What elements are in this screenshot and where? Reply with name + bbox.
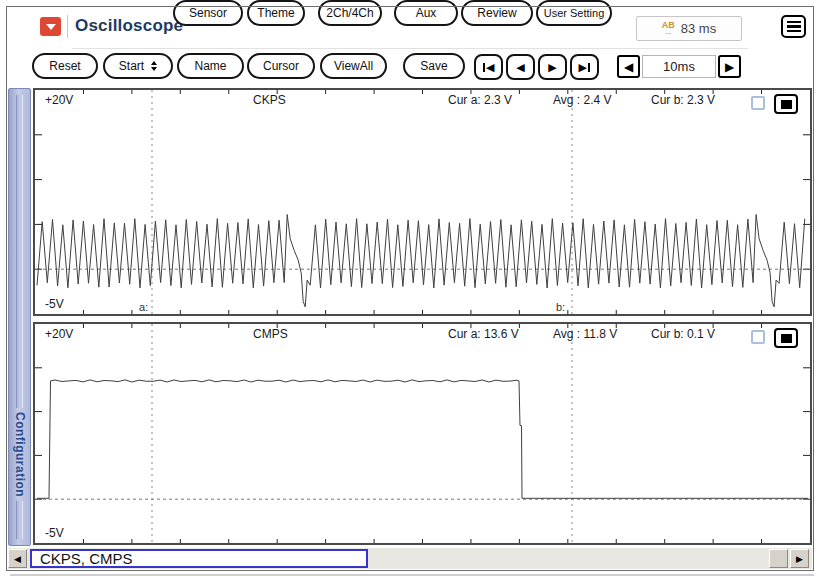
channel-1-waveform	[35, 90, 810, 314]
cursor-time-display: AB ↔ 83 ms	[636, 16, 742, 41]
title-divider	[67, 15, 68, 38]
next-icon: ▶	[725, 60, 734, 74]
channel-mode-button[interactable]: 2Ch/4Ch	[318, 0, 382, 26]
viewall-button[interactable]: ViewAll	[320, 53, 387, 79]
channel-2-select-button[interactable]	[774, 328, 798, 348]
channel-1-panel: +20V CKPS Cur a: 2.3 V Avg : 2.4 V Cur b…	[33, 88, 812, 316]
ab-cursors-icon: AB ↔	[662, 22, 675, 36]
scroll-right-button[interactable]: ▶	[790, 549, 809, 568]
review-button[interactable]: Review	[461, 0, 533, 26]
channel-2-panel: +20V CMPS Cur a: 13.6 V Avg : 11.8 V Cur…	[33, 322, 812, 545]
toolbar-separator	[72, 48, 748, 49]
timebase-value[interactable]: 10ms	[642, 55, 716, 78]
prev-icon: ◀	[516, 61, 524, 74]
filled-square-icon	[781, 100, 792, 109]
channel-1-select-button[interactable]	[774, 94, 798, 114]
channel-1-avg-value: Avg : 2.4 V	[553, 93, 611, 107]
bar-icon	[588, 63, 591, 72]
channel-1-cursor-a-value: Cur a: 2.3 V	[448, 93, 512, 107]
prev-icon: ◀	[14, 554, 21, 564]
bar-icon	[483, 63, 486, 72]
channel-2-avg-value: Avg : 11.8 V	[553, 327, 617, 341]
list-menu-button[interactable]	[781, 15, 806, 38]
channel-1-cursor-b-value: Cur b: 2.3 V	[651, 93, 715, 107]
next-icon: ▶	[548, 61, 556, 74]
scroll-left-button[interactable]: ◀	[8, 549, 27, 568]
oscilloscope-app: Oscilloscope Sensor Theme 2Ch/4Ch Aux Re…	[0, 0, 821, 588]
save-button[interactable]: Save	[403, 53, 465, 79]
prev-icon: ◀	[486, 61, 494, 74]
groove-decoration	[16, 501, 23, 539]
channel-2-vmin-label: -5V	[45, 526, 64, 540]
scrollbar-thumb[interactable]	[769, 549, 788, 568]
configuration-panel-tab[interactable]: Configuration	[8, 88, 31, 546]
skip-first-button[interactable]: ◀	[474, 54, 503, 80]
cursor-b-label: b:	[556, 301, 565, 313]
app-title: Oscilloscope	[75, 16, 183, 36]
theme-button[interactable]: Theme	[247, 0, 305, 26]
channel-1-checkbox[interactable]	[751, 96, 765, 110]
next-icon: ▶	[796, 554, 803, 564]
next-frame-button[interactable]: ▶	[538, 54, 567, 80]
hamburger-icon	[787, 21, 801, 24]
channel-2-cursor-b-value: Cur b: 0.1 V	[651, 327, 715, 341]
configuration-label: Configuration	[13, 412, 27, 497]
aux-button[interactable]: Aux	[394, 0, 458, 26]
timebase-decrease-button[interactable]: ◀	[617, 55, 640, 78]
channel-1-name-label: CKPS	[253, 93, 286, 107]
user-setting-button[interactable]: User Setting	[536, 0, 612, 26]
channel-2-cursor-a-value: Cur a: 13.6 V	[448, 327, 519, 341]
channel-2-waveform	[35, 324, 810, 543]
channel-2-name-label: CMPS	[253, 327, 288, 341]
app-menu-button[interactable]	[40, 17, 61, 36]
start-spinner-icon	[151, 61, 157, 71]
prev-frame-button[interactable]: ◀	[506, 54, 535, 80]
filled-square-icon	[781, 334, 792, 343]
window-shadow	[10, 574, 814, 576]
channel-1-vmax-label: +20V	[45, 93, 73, 107]
channel-names-label: CKPS, CMPS	[30, 549, 368, 568]
cursor-time-value: 83 ms	[681, 21, 716, 36]
name-button[interactable]: Name	[177, 53, 244, 79]
chevron-down-icon	[46, 24, 56, 30]
sensor-button[interactable]: Sensor	[173, 0, 243, 26]
channel-1-vmin-label: -5V	[45, 297, 64, 311]
channel-2-checkbox[interactable]	[751, 330, 765, 344]
horizontal-scrollbar[interactable]: ◀ CKPS, CMPS ▶	[8, 548, 812, 569]
timebase-increase-button[interactable]: ▶	[718, 55, 741, 78]
cursor-button[interactable]: Cursor	[247, 53, 315, 79]
cursor-a-label: a:	[139, 301, 148, 313]
groove-decoration	[16, 95, 23, 408]
skip-last-button[interactable]: ▶	[570, 54, 599, 80]
start-button[interactable]: Start	[103, 53, 173, 79]
prev-icon: ◀	[624, 60, 633, 74]
reset-button[interactable]: Reset	[32, 53, 98, 79]
next-icon: ▶	[579, 61, 587, 74]
channel-2-vmax-label: +20V	[45, 327, 73, 341]
